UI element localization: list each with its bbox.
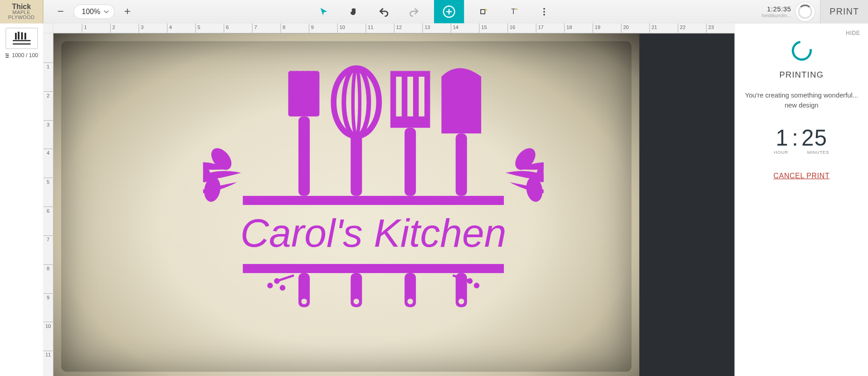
canvas-stage[interactable]: Carol's Kitchen xyxy=(54,34,735,376)
time-remaining: 1 : 25 xyxy=(775,126,827,151)
svg-rect-26 xyxy=(288,71,320,117)
ruler-h-tick: 14 xyxy=(451,24,458,33)
time-labels: HOUR MINUTES xyxy=(774,150,829,155)
svg-rect-38 xyxy=(408,77,414,117)
zoom-in-button[interactable]: + xyxy=(120,4,135,19)
design-thumbnail[interactable] xyxy=(5,28,38,49)
add-artwork-button[interactable] xyxy=(434,0,464,23)
ruler-v-tick: 11 xyxy=(44,351,53,358)
ruler-v-tick: 4 xyxy=(44,149,53,156)
ruler-h-tick: 13 xyxy=(422,24,430,33)
zoom-controls: − 100% + xyxy=(54,4,135,19)
select-tool-button[interactable] xyxy=(314,1,334,21)
ruler-corner xyxy=(44,24,54,34)
svg-point-34 xyxy=(344,68,369,137)
svg-point-5 xyxy=(516,8,517,10)
zoom-out-button[interactable]: − xyxy=(54,4,68,19)
undo-button[interactable] xyxy=(374,1,394,21)
svg-rect-13 xyxy=(13,40,30,41)
svg-point-57 xyxy=(462,285,468,291)
undo-icon xyxy=(379,6,389,16)
ruler-v-tick: 8 xyxy=(44,264,53,271)
time-colon: : xyxy=(792,126,798,151)
hand-tool-button[interactable] xyxy=(344,1,364,21)
chevron-down-icon xyxy=(104,9,109,14)
svg-rect-39 xyxy=(419,77,425,117)
progress-spinner-icon xyxy=(788,37,816,65)
ruler-h-tick: 22 xyxy=(678,24,685,33)
hide-panel-button[interactable]: HIDE xyxy=(846,30,860,36)
redo-button[interactable] xyxy=(404,1,424,21)
svg-point-54 xyxy=(280,285,286,291)
workarea: 1234567891011121314151617181920212223 12… xyxy=(44,24,735,376)
countdown-time: 1:25:35 xyxy=(767,5,791,12)
panel-message-1: You're creating something wonderful... xyxy=(745,91,858,99)
ruler-h-tick: 23 xyxy=(706,24,714,33)
thumbnail-settings[interactable]: 1000 / 100 xyxy=(5,52,38,58)
svg-rect-43 xyxy=(243,264,504,273)
main-area: 1000 / 100 12345678910111213141516171819… xyxy=(0,24,868,376)
ruler-h-tick: 19 xyxy=(593,24,600,33)
design-artwork[interactable]: Carol's Kitchen xyxy=(203,54,544,327)
svg-rect-9 xyxy=(15,33,17,39)
left-sidebar: 1000 / 100 xyxy=(0,24,44,376)
print-button[interactable]: PRINT xyxy=(820,0,868,23)
hand-icon xyxy=(349,6,359,16)
svg-point-49 xyxy=(408,299,414,305)
svg-rect-14 xyxy=(13,44,30,44)
time-hours: 1 xyxy=(775,126,789,151)
more-menu-button[interactable] xyxy=(534,1,554,21)
ruler-h-tick: 9 xyxy=(309,24,314,33)
ruler-h-tick: 4 xyxy=(167,24,172,33)
ruler-h-tick: 10 xyxy=(337,24,345,33)
svg-point-16 xyxy=(7,55,8,56)
ruler-h-tick: 21 xyxy=(649,24,657,33)
zoom-level-dropdown[interactable]: 100% xyxy=(73,4,115,19)
ruler-h-tick: 8 xyxy=(280,24,285,33)
ruler-h-tick: 7 xyxy=(252,24,257,33)
sliders-icon xyxy=(5,53,10,58)
trace-icon xyxy=(479,6,489,16)
svg-point-47 xyxy=(354,299,360,305)
ruler-h-tick: 6 xyxy=(224,24,229,33)
panel-title: PRINTING xyxy=(779,69,824,79)
svg-point-56 xyxy=(474,283,480,289)
svg-point-35 xyxy=(353,68,360,137)
text-tool-button[interactable]: T xyxy=(504,1,524,21)
minus-icon: − xyxy=(58,5,64,18)
ruler-h-tick: 17 xyxy=(536,24,544,33)
svg-rect-37 xyxy=(396,77,402,117)
ruler-vertical: 1234567891011 xyxy=(44,34,54,376)
cancel-print-button[interactable]: CANCEL PRINT xyxy=(773,171,829,180)
hour-label: HOUR xyxy=(774,150,788,155)
ruler-v-tick: 10 xyxy=(44,322,53,329)
material-line3: PLYWOOD xyxy=(8,15,34,20)
ruler-horizontal: 1234567891011121314151617181920212223 xyxy=(54,24,735,34)
svg-rect-40 xyxy=(405,128,416,196)
svg-rect-41 xyxy=(456,134,467,196)
ruler-v-tick: 1 xyxy=(44,62,53,69)
svg-point-8 xyxy=(543,14,545,15)
trace-button[interactable] xyxy=(474,1,494,21)
material-chip[interactable]: Thick MAPLE PLYWOOD xyxy=(0,0,44,23)
ruler-h-tick: 18 xyxy=(564,24,572,33)
ruler-v-tick: 9 xyxy=(44,293,53,300)
svg-point-45 xyxy=(302,299,307,305)
plus-circle-icon xyxy=(442,5,455,18)
ruler-h-tick: 16 xyxy=(507,24,515,33)
thumb-meta-text: 1000 / 100 xyxy=(12,52,38,58)
svg-point-53 xyxy=(268,283,273,289)
top-toolbar: Thick MAPLE PLYWOOD − 100% + xyxy=(0,0,868,24)
zoom-value: 100% xyxy=(82,7,100,15)
svg-point-17 xyxy=(6,57,7,58)
svg-point-15 xyxy=(6,53,7,54)
svg-rect-42 xyxy=(243,196,504,205)
svg-rect-10 xyxy=(18,32,20,39)
ruler-h-tick: 11 xyxy=(366,24,373,33)
svg-point-7 xyxy=(543,10,545,12)
ruler-v-tick: 5 xyxy=(44,178,53,185)
ruler-h-tick: 15 xyxy=(479,24,487,33)
status-spinner-icon xyxy=(796,2,815,21)
ruler-h-tick: 5 xyxy=(195,24,200,33)
ruler-v-tick: 2 xyxy=(44,91,53,98)
